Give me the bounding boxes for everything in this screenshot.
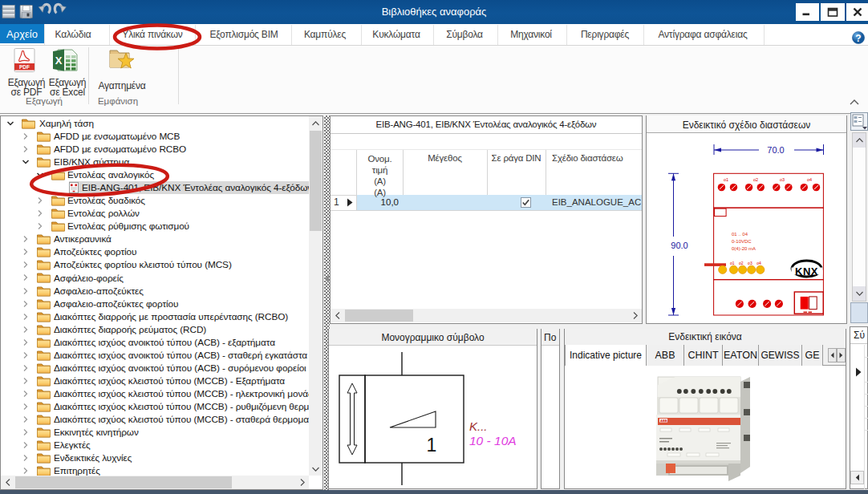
- svg-text:o4: o4: [807, 177, 812, 182]
- svg-text:10 - 10A: 10 - 10A: [469, 434, 517, 447]
- svg-text:o3: o3: [748, 261, 752, 265]
- svg-text:70.0: 70.0: [767, 145, 784, 155]
- svg-text:1: 1: [427, 435, 437, 456]
- svg-text:90.0: 90.0: [671, 241, 688, 250]
- svg-text:0(4)-20 mA: 0(4)-20 mA: [732, 246, 756, 251]
- svg-text:o3: o3: [780, 177, 785, 182]
- svg-text:o1: o1: [730, 261, 735, 265]
- svg-text:KNX: KNX: [795, 265, 818, 277]
- svg-text:01 .. 04: 01 .. 04: [732, 232, 748, 237]
- svg-text:o4: o4: [756, 261, 761, 265]
- svg-text:o2: o2: [753, 177, 758, 182]
- svg-text:o2: o2: [739, 261, 744, 265]
- svg-text:PDF: PDF: [19, 64, 30, 70]
- svg-text:?: ?: [855, 33, 861, 44]
- svg-text:X: X: [55, 55, 63, 67]
- svg-text:ABB: ABB: [660, 419, 667, 423]
- svg-text:K...: K...: [469, 419, 488, 433]
- svg-text:0-10VDC: 0-10VDC: [732, 239, 752, 244]
- svg-text:o1: o1: [724, 177, 728, 182]
